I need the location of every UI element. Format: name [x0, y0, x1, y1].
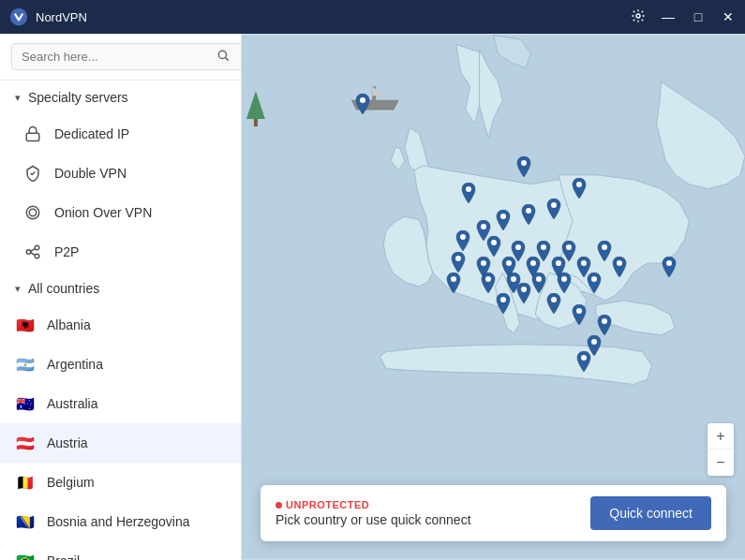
title-bar: NordVPN — □ ✕ — [0, 0, 745, 34]
zoom-out-button[interactable]: − — [708, 449, 734, 476]
settings-button[interactable] — [631, 8, 646, 26]
specialty-servers-header[interactable]: ▾ Specialty servers — [0, 81, 241, 114]
map-area[interactable]: UNPROTECTED Pick country or use quick co… — [242, 34, 745, 560]
svg-point-23 — [460, 234, 466, 240]
map-pin[interactable] — [495, 293, 512, 317]
map-pin[interactable] — [495, 210, 512, 234]
country-name-albania: Albania — [47, 317, 91, 332]
svg-point-17 — [521, 160, 527, 166]
svg-point-47 — [602, 318, 607, 324]
country-name-australia: Australia — [47, 396, 97, 411]
map-pin[interactable] — [445, 273, 462, 297]
dedicated-ip-label: Dedicated IP — [54, 126, 129, 141]
search-input[interactable] — [11, 43, 242, 70]
search-button[interactable] — [216, 49, 230, 65]
svg-point-32 — [530, 260, 536, 266]
onion-icon — [22, 202, 43, 223]
svg-point-43 — [521, 287, 527, 292]
svg-point-38 — [485, 276, 491, 282]
list-item-argentina[interactable]: 🇦🇷 Argentina — [0, 345, 241, 384]
nordvpn-logo — [9, 7, 28, 26]
svg-point-20 — [526, 208, 531, 214]
svg-point-16 — [360, 97, 365, 103]
country-name-belgium: Belgium — [47, 475, 95, 490]
status-unprotected: UNPROTECTED — [276, 499, 575, 510]
onion-over-vpn-label: Onion Over VPN — [54, 205, 152, 220]
list-item-brazil[interactable]: 🇧🇷 Brazil — [0, 541, 241, 560]
flag-argentina: 🇦🇷 — [15, 354, 36, 375]
zoom-controls: + − — [708, 423, 734, 476]
sidebar-scroll[interactable]: ▾ Specialty servers Dedicated IP — [0, 81, 241, 560]
map-pin[interactable] — [575, 351, 592, 376]
svg-point-42 — [591, 276, 597, 282]
map-pin[interactable] — [571, 178, 588, 202]
svg-point-6 — [29, 209, 37, 216]
svg-point-33 — [556, 260, 561, 266]
svg-point-7 — [26, 250, 31, 255]
svg-point-39 — [511, 276, 516, 282]
svg-line-3 — [226, 58, 229, 61]
quick-connect-button[interactable]: Quick connect — [590, 496, 711, 530]
map-pin[interactable] — [515, 156, 532, 181]
maximize-button[interactable]: □ — [691, 8, 706, 26]
flag-bosnia: 🇧🇦 — [15, 511, 36, 532]
dedicated-ip-icon — [22, 124, 43, 144]
map-pin[interactable] — [545, 199, 562, 223]
status-message: Pick country or use quick connect — [276, 512, 575, 527]
sidebar-item-dedicated-ip[interactable]: Dedicated IP — [0, 114, 241, 154]
list-item-albania[interactable]: 🇦🇱 Albania — [0, 305, 241, 345]
app-title: NordVPN — [36, 10, 87, 24]
status-text-block: UNPROTECTED Pick country or use quick co… — [276, 499, 575, 527]
country-name-argentina: Argentina — [47, 357, 103, 372]
svg-line-10 — [31, 249, 36, 252]
map-pin[interactable] — [460, 183, 477, 207]
list-item-bosnia[interactable]: 🇧🇦 Bosnia and Herzegovina — [0, 502, 241, 541]
sidebar-item-p2p[interactable]: P2P — [0, 232, 241, 272]
minimize-button[interactable]: — — [661, 8, 676, 26]
flag-belgium: 🇧🇪 — [15, 472, 36, 493]
svg-point-19 — [551, 202, 557, 208]
map-pin[interactable] — [571, 304, 588, 329]
map-pin[interactable] — [354, 94, 371, 118]
double-vpn-label: Double VPN — [54, 166, 127, 181]
svg-point-49 — [581, 355, 587, 361]
list-item-austria[interactable]: 🇦🇹 Austria — [0, 423, 241, 463]
svg-point-0 — [10, 8, 27, 25]
svg-point-48 — [591, 339, 597, 345]
map-pin[interactable] — [545, 293, 562, 317]
svg-point-50 — [466, 186, 471, 192]
flag-austria: 🇦🇹 — [15, 433, 36, 453]
list-item-belgium[interactable]: 🇧🇪 Belgium — [0, 463, 241, 502]
svg-point-2 — [218, 51, 226, 58]
svg-point-27 — [566, 244, 572, 250]
close-button[interactable]: ✕ — [721, 8, 736, 26]
country-name-bosnia: Bosnia and Herzegovina — [47, 514, 190, 529]
map-pin[interactable] — [661, 257, 678, 281]
double-vpn-icon — [22, 163, 43, 184]
all-countries-label: All countries — [28, 281, 99, 296]
flag-australia: 🇦🇺 — [15, 393, 36, 414]
map-svg — [242, 34, 745, 560]
flag-albania: 🇦🇱 — [15, 315, 36, 335]
sidebar: ▾ Specialty servers Dedicated IP — [0, 34, 242, 560]
sidebar-item-double-vpn[interactable]: Double VPN — [0, 154, 241, 193]
map-pin[interactable] — [520, 204, 537, 228]
svg-point-41 — [561, 276, 567, 282]
status-bar: UNPROTECTED Pick country or use quick co… — [261, 485, 726, 541]
svg-point-31 — [506, 260, 512, 266]
list-item-australia[interactable]: 🇦🇺 Australia — [0, 384, 241, 423]
svg-point-37 — [451, 276, 456, 282]
map-pin[interactable] — [586, 273, 603, 297]
flag-brazil: 🇧🇷 — [15, 551, 36, 560]
unprotected-label: UNPROTECTED — [286, 499, 369, 510]
svg-point-25 — [515, 244, 521, 250]
all-countries-header[interactable]: ▾ All countries — [0, 272, 241, 305]
map-pin[interactable] — [515, 283, 532, 307]
svg-point-8 — [35, 245, 39, 250]
svg-point-34 — [581, 260, 587, 266]
zoom-in-button[interactable]: + — [708, 423, 734, 449]
svg-point-44 — [500, 297, 506, 302]
map-pin[interactable] — [611, 257, 628, 281]
sidebar-item-onion-vpn[interactable]: Onion Over VPN — [0, 193, 241, 232]
svg-point-22 — [481, 224, 486, 229]
